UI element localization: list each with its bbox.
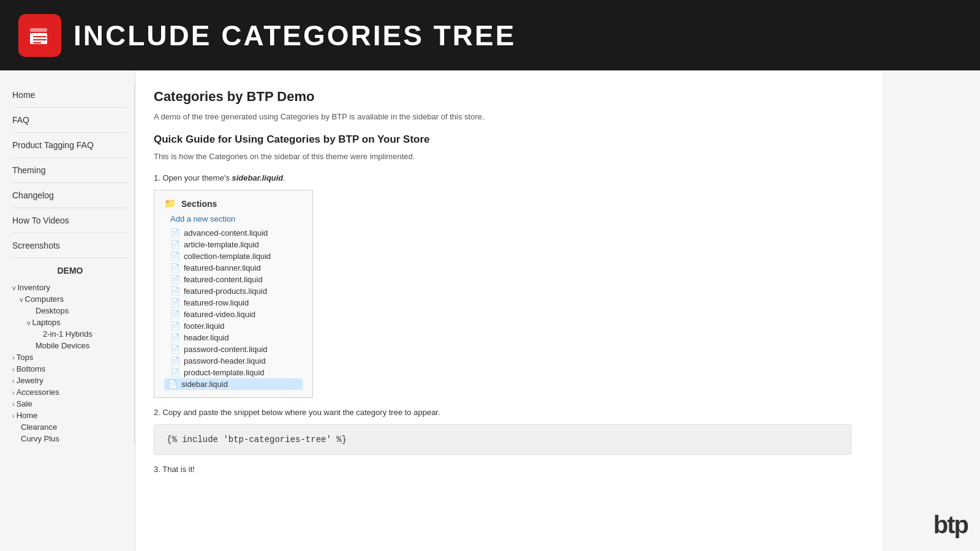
file-icon-8: 📄 — [170, 321, 180, 331]
file-list: 📄 advanced-content.liquid 📄 article-temp… — [164, 227, 303, 390]
file-label-11: password-header.liquid — [184, 356, 266, 365]
tree-label-jewelry: Jewelry — [17, 376, 43, 385]
right-spacer — [882, 70, 980, 551]
tree-item-tops[interactable]: › Tops — [12, 351, 128, 363]
tree-label-curvy-plus: Curvy Plus — [12, 434, 59, 443]
file-icon-9: 📄 — [170, 333, 180, 342]
file-featured-video: 📄 featured-video.liquid — [164, 309, 303, 320]
sidebar-item-how-to-videos[interactable]: How To Videos — [12, 208, 128, 233]
content-description: A demo of the tree generated using Categ… — [154, 112, 851, 121]
sidebar-item-screenshots[interactable]: Screenshots — [12, 233, 128, 258]
sidebar-item-product-tagging[interactable]: Product Tagging FAQ — [12, 133, 128, 158]
tree-label-computers: Computers — [25, 294, 64, 304]
tree-item-curvy-plus[interactable]: Curvy Plus — [12, 433, 128, 444]
sidebar: Home FAQ Product Tagging FAQ Theming Cha… — [0, 70, 135, 551]
file-advanced-content: 📄 advanced-content.liquid — [164, 227, 303, 239]
tree-item-computers[interactable]: v Computers — [12, 293, 128, 305]
add-section-link[interactable]: Add a new section — [164, 214, 303, 223]
svg-rect-0 — [30, 28, 47, 32]
header: INCLUDE CATEGORIES TREE — [0, 0, 980, 70]
file-article-template: 📄 article-template.liquid — [164, 239, 303, 250]
tree-item-2in1[interactable]: 2-in-1 Hybrids — [12, 328, 128, 340]
tree-item-inventory[interactable]: v Inventory — [12, 282, 128, 293]
file-label-4: featured-content.liquid — [184, 275, 263, 284]
sections-box: 📁 Sections Add a new section 📄 advanced-… — [154, 190, 313, 398]
sidebar-item-home[interactable]: Home — [12, 83, 128, 108]
file-label-7: featured-video.liquid — [184, 310, 255, 319]
tree-label-accessories: Accessories — [17, 388, 59, 397]
tree-arrow-accessories: › — [12, 389, 15, 396]
step1-code: sidebar.liquid — [232, 173, 284, 182]
file-icon-4: 📄 — [170, 275, 180, 284]
file-label-0: advanced-content.liquid — [184, 228, 268, 238]
file-label-9: header.liquid — [184, 333, 229, 342]
content-subtitle: Quick Guide for Using Categories by BTP … — [154, 133, 851, 146]
file-icon-5: 📄 — [170, 287, 180, 296]
file-label-1: article-template.liquid — [184, 240, 259, 249]
file-label-3: featured-banner.liquid — [184, 263, 261, 272]
tree-label-clearance: Clearance — [12, 422, 57, 432]
tree-item-laptops[interactable]: v Laptops — [12, 317, 128, 328]
sections-header: 📁 Sections — [164, 198, 303, 209]
header-icon-container — [18, 14, 61, 57]
file-sidebar-liquid[interactable]: 📄 sidebar.liquid — [164, 378, 303, 390]
tree-arrow-inventory: v — [12, 284, 16, 291]
tree-arrow-computers: v — [20, 296, 23, 303]
content-title: Categories by BTP Demo — [154, 89, 851, 105]
tree-item-bottoms[interactable]: › Bottoms — [12, 363, 128, 375]
sidebar-item-faq[interactable]: FAQ — [12, 108, 128, 133]
tree-item-home2[interactable]: › Home — [12, 410, 128, 421]
btp-logo: btp — [933, 511, 968, 539]
step1-text: 1. Open your theme's sidebar.liquid. — [154, 173, 851, 182]
tree-label-inventory: Inventory — [18, 283, 50, 292]
tree-item-clearance[interactable]: Clearance — [12, 421, 128, 433]
sidebar-nav: Home FAQ Product Tagging FAQ Theming Cha… — [12, 83, 135, 446]
file-password-content: 📄 password-content.liquid — [164, 343, 303, 355]
main-container: Home FAQ Product Tagging FAQ Theming Cha… — [0, 70, 980, 551]
file-featured-products: 📄 featured-products.liquid — [164, 285, 303, 297]
tree-label-2in1: 2-in-1 Hybrids — [34, 329, 92, 339]
tree-label-laptops: Laptops — [32, 318, 61, 327]
file-label-5: featured-products.liquid — [184, 287, 267, 296]
tree-item-desktops[interactable]: Desktops — [12, 305, 128, 317]
file-product-template: 📄 product-template.liquid — [164, 367, 303, 378]
tree-arrow-tops: › — [12, 354, 15, 361]
tree-arrow-home2: › — [12, 412, 15, 419]
file-icon-10: 📄 — [170, 345, 180, 354]
file-label-8: footer.liquid — [184, 321, 225, 331]
tree-label-home2: Home — [17, 411, 38, 420]
file-header: 📄 header.liquid — [164, 332, 303, 343]
file-footer: 📄 footer.liquid — [164, 320, 303, 332]
implementation-note: This is how the Categories on the sideba… — [154, 152, 851, 161]
file-password-header: 📄 password-header.liquid — [164, 355, 303, 367]
tree-item-jewelry[interactable]: › Jewelry — [12, 375, 128, 386]
file-label-13: sidebar.liquid — [181, 380, 228, 389]
sidebar-item-theming[interactable]: Theming — [12, 158, 128, 183]
sidebar-item-changelog[interactable]: Changelog — [12, 183, 128, 208]
file-icon-2: 📄 — [170, 252, 180, 261]
file-icon-11: 📄 — [170, 356, 180, 365]
file-label-6: featured-row.liquid — [184, 298, 249, 307]
file-icon-6: 📄 — [170, 298, 180, 307]
tree-item-mobile[interactable]: Mobile Devices — [12, 340, 128, 351]
tree-label-tops: Tops — [17, 353, 33, 362]
sections-header-label: Sections — [181, 199, 217, 209]
file-icon-3: 📄 — [170, 263, 180, 272]
step3-text: 3. That is it! — [154, 465, 851, 474]
tree-label-sale: Sale — [17, 399, 32, 408]
file-featured-banner: 📄 featured-banner.liquid — [164, 262, 303, 274]
tree-arrow-sale: › — [12, 400, 15, 408]
file-collection-template: 📄 collection-template.liquid — [164, 250, 303, 262]
tree-item-accessories[interactable]: › Accessories — [12, 386, 128, 398]
step1-label: 1. Open your theme's — [154, 173, 230, 182]
demo-label: DEMO — [12, 258, 128, 280]
tree-label-bottoms: Bottoms — [17, 364, 46, 373]
tree-item-sale[interactable]: › Sale — [12, 398, 128, 410]
file-featured-content: 📄 featured-content.liquid — [164, 274, 303, 285]
file-icon-12: 📄 — [170, 368, 180, 377]
file-icon-0: 📄 — [170, 228, 180, 238]
file-label-10: password-content.liquid — [184, 345, 268, 354]
file-icon-13: 📄 — [168, 380, 178, 389]
tree-arrow-jewelry: › — [12, 377, 15, 384]
file-icon-1: 📄 — [170, 240, 180, 249]
